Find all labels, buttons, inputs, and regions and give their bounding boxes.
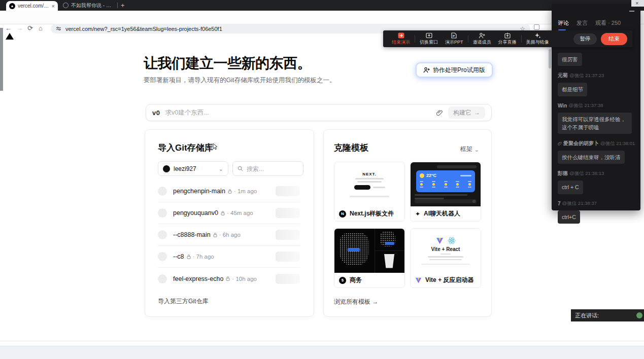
framework-filter-label: 框架 bbox=[460, 145, 472, 154]
repo-avatar bbox=[158, 230, 167, 239]
close-tab-icon[interactable]: × bbox=[52, 3, 55, 9]
templates-heading: 克隆模板 bbox=[334, 142, 368, 154]
skeleton-line bbox=[460, 175, 471, 176]
template-label: AI聊天机器人 bbox=[424, 209, 460, 218]
chat-input-skeleton bbox=[415, 199, 477, 203]
chat-username: 彭德 bbox=[558, 170, 568, 177]
new-tab-button[interactable]: + bbox=[121, 2, 125, 9]
import-button-skeleton[interactable] bbox=[276, 186, 300, 196]
tab-divider bbox=[117, 3, 118, 8]
person-plus-icon bbox=[423, 67, 430, 73]
vercel-logo[interactable] bbox=[6, 33, 14, 40]
search-icon bbox=[238, 166, 243, 171]
template-preview: Vite + React bbox=[411, 229, 481, 273]
skeleton-line bbox=[421, 264, 470, 265]
home-button[interactable]: ⌂ bbox=[39, 24, 43, 32]
skeleton-line bbox=[357, 181, 382, 183]
link-icon bbox=[558, 141, 562, 146]
arrow-right-icon: → bbox=[474, 109, 480, 116]
close-icon[interactable]: × bbox=[635, 0, 638, 6]
template-grid: NEXT. N Next.js样板文件 22°C bbox=[334, 162, 482, 288]
repo-row: pengchenpin-main · 1m ago bbox=[158, 181, 300, 202]
end-button[interactable]: 结束 bbox=[601, 33, 627, 45]
chat-meta: @微信 21:38:01 bbox=[600, 140, 635, 147]
back-button[interactable]: ← bbox=[5, 24, 12, 32]
bucket-graphic bbox=[383, 254, 395, 268]
browse-all-templates-link[interactable]: 浏览所有模板 → bbox=[334, 298, 378, 306]
template-vite-react[interactable]: Vite + React Vite + 反应启动器 bbox=[410, 228, 481, 288]
skeleton-line bbox=[437, 165, 477, 168]
reload-button[interactable]: ⟳ bbox=[27, 24, 33, 32]
switch-window-button[interactable]: 切换窗口 bbox=[416, 32, 442, 46]
mouse-cursor bbox=[213, 143, 218, 150]
tab-watching[interactable]: 观看 · 250 bbox=[595, 19, 621, 27]
beauty-mirror-button[interactable]: 美颜与镜像 bbox=[523, 32, 553, 46]
git-scope-select[interactable]: leezi927 ⌄ bbox=[158, 161, 228, 176]
v0-prompt-input[interactable] bbox=[165, 109, 431, 116]
now-speaking-bar: 正在讲话: bbox=[571, 309, 644, 321]
share-live-button[interactable]: 分享直播 bbox=[495, 32, 520, 46]
beauty-mirror-icon bbox=[534, 32, 541, 39]
site-settings-icon[interactable] bbox=[56, 26, 61, 31]
build-it-button[interactable]: 构建它 → bbox=[448, 106, 485, 119]
chat-bubble: ctrl+C bbox=[558, 210, 580, 224]
repo-row: feel-express-echo · 10h ago bbox=[158, 268, 300, 290]
chat-meta: @微信 21:38:37 bbox=[562, 200, 597, 207]
tab-vercel[interactable]: ▲ vercel.com/new? × bbox=[6, 1, 58, 11]
template-commerce[interactable]: $ 商务 bbox=[334, 228, 405, 288]
tab-ai-friend[interactable]: 不如我帮你说 - AI朋友 bbox=[60, 0, 117, 11]
presentation-toolbar: 结束演示 切换窗口 P 演示PPT 邀请成员 分享直播 美颜与镜像 暂停 结束 bbox=[383, 30, 632, 47]
import-third-party-link[interactable]: 导入第三方Git仓库 bbox=[158, 297, 208, 306]
git-account-name: leezi927 bbox=[174, 165, 215, 172]
v0-prompt-bar[interactable]: v0 构建它 → bbox=[146, 104, 492, 121]
repo-avatar bbox=[158, 208, 167, 218]
template-nextjs[interactable]: NEXT. N Next.js样板文件 bbox=[334, 162, 405, 222]
present-ppt-button[interactable]: P 演示PPT bbox=[442, 32, 467, 46]
repo-row: pengyouquanv0 · 45m ago bbox=[158, 202, 300, 224]
vercel-favicon: ▲ bbox=[9, 3, 15, 9]
forecast-row bbox=[420, 181, 471, 188]
react-icon bbox=[448, 237, 456, 244]
chat-message-header: Win @微信 21:37:38 bbox=[558, 102, 635, 109]
template-preview: NEXT. bbox=[334, 162, 404, 206]
preview-button-dark bbox=[354, 185, 370, 190]
invite-member-icon bbox=[479, 32, 485, 39]
collaborate-pro-button[interactable]: 协作处理Pro试用版 bbox=[416, 63, 492, 77]
pause-button[interactable]: 暂停 bbox=[573, 33, 597, 45]
import-heading: 导入Git存储库 bbox=[158, 142, 213, 154]
chat-username: 元菊 bbox=[558, 72, 568, 79]
import-button-skeleton[interactable] bbox=[276, 252, 300, 262]
framework-filter[interactable]: 框架 ⌄ bbox=[460, 145, 479, 154]
scrollbar-thumb[interactable] bbox=[549, 49, 551, 68]
invite-member-button[interactable]: 邀请成员 bbox=[469, 32, 495, 46]
tab-speak[interactable]: 发言 bbox=[577, 19, 588, 27]
repo-search-box[interactable] bbox=[232, 161, 303, 176]
chat-bubble: 按什么键结束呀，没听清 bbox=[558, 151, 625, 164]
end-presentation-button[interactable]: 结束演示 bbox=[388, 32, 414, 46]
repo-name: --c8888-main bbox=[173, 231, 211, 238]
weather-temp: 22°C bbox=[426, 173, 436, 178]
sparkle-icon: ✦ bbox=[415, 210, 420, 218]
repo-search-input[interactable] bbox=[247, 165, 292, 172]
lock-icon bbox=[213, 233, 217, 237]
nextjs-icon: N bbox=[339, 210, 346, 218]
chat-message-header: 元菊 @微信 21:37:23 bbox=[558, 72, 635, 79]
skeleton-line bbox=[415, 194, 467, 196]
windows-taskbar bbox=[0, 346, 644, 359]
chat-meta: @微信 21:37:23 bbox=[569, 73, 604, 79]
chat-username: Win bbox=[558, 103, 567, 109]
clone-template-card: 克隆模板 框架 ⌄ NEXT. N Next.js样板文件 bbox=[323, 129, 492, 317]
repo-name: pengyouquanv0 bbox=[173, 209, 218, 217]
send-icon bbox=[472, 200, 476, 203]
extensions-icon[interactable] bbox=[534, 24, 539, 30]
import-button-skeleton[interactable] bbox=[276, 274, 300, 284]
import-button-skeleton[interactable] bbox=[276, 230, 300, 240]
tab-comments[interactable]: 评论 bbox=[558, 19, 569, 27]
forward-button[interactable]: → bbox=[16, 24, 23, 32]
paperclip-icon[interactable] bbox=[436, 110, 443, 116]
minimize-icon[interactable] bbox=[629, 11, 634, 12]
chat-bubble: 都是细节 bbox=[558, 83, 587, 96]
import-button-skeleton[interactable] bbox=[276, 208, 300, 218]
template-ai-chatbot[interactable]: 22°C ✦ AI聊天机器人 bbox=[410, 162, 481, 222]
nextjs-preview-title: NEXT. bbox=[362, 172, 377, 176]
